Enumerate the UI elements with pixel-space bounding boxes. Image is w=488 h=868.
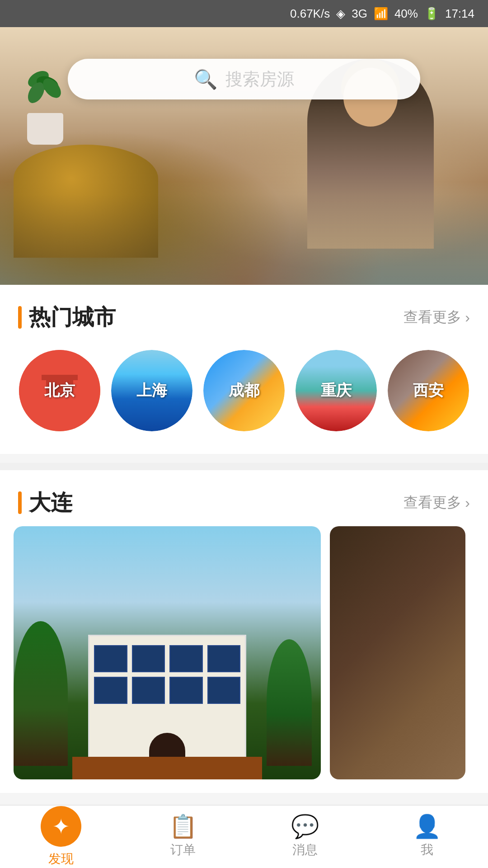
window-4 [207, 645, 241, 672]
window-2 [132, 645, 165, 672]
city-item-beijing[interactable]: 北京 [19, 350, 100, 431]
property-card-2[interactable] [330, 526, 465, 779]
signal-text: 3G [352, 7, 367, 21]
property-card-1-bg [14, 526, 321, 779]
compass-icon: ✦ [52, 814, 70, 839]
nav-item-orders[interactable]: 📋 订单 [122, 815, 244, 859]
hot-cities-more-button[interactable]: 查看更多 › [404, 307, 470, 327]
city-label-beijing: 北京 [44, 380, 75, 401]
dalian-chevron-icon: › [465, 495, 470, 511]
nav-label-orders: 订单 [170, 841, 196, 859]
hot-cities-title: 热门城市 [29, 303, 116, 332]
city-label-shanghai: 上海 [136, 380, 167, 401]
city-item-chengdu[interactable]: 成都 [203, 350, 285, 431]
hero-banner: 🍎 🔍 搜索房源 [0, 27, 488, 285]
window-3 [169, 645, 203, 672]
window-7 [169, 677, 203, 704]
trees-left [14, 621, 68, 766]
nav-label-messages: 消息 [292, 841, 318, 859]
nav-item-messages[interactable]: 💬 消息 [244, 815, 366, 859]
section-divider [0, 463, 488, 470]
discover-button[interactable]: ✦ [41, 806, 81, 847]
city-circle-shanghai: 上海 [111, 350, 192, 431]
property-card-2-bg [330, 526, 465, 779]
property-card-1[interactable] [14, 526, 321, 779]
window-5 [94, 677, 127, 704]
scene-table [14, 145, 158, 258]
city-item-shanghai[interactable]: 上海 [111, 350, 192, 431]
city-item-chongqing[interactable]: 重庆 [296, 350, 377, 431]
building-main [72, 608, 262, 779]
cities-grid: 北京 上海 成都 重庆 [0, 341, 488, 454]
city-circle-chengdu: 成都 [203, 350, 285, 431]
city-label-chengdu: 成都 [229, 380, 259, 401]
section-title-wrap: 热门城市 [18, 303, 116, 332]
main-content: 🍎 🔍 搜索房源 热门城市 查看更多 › [0, 27, 488, 865]
city-circle-beijing: 北京 [19, 350, 100, 431]
nav-item-profile[interactable]: 👤 我 [366, 815, 488, 859]
trees-right [267, 639, 312, 766]
nav-label-discover: 发现 [48, 850, 74, 868]
dalian-title-wrap: 大连 [18, 488, 72, 517]
orders-icon: 📋 [169, 815, 197, 838]
nav-item-discover[interactable]: ✦ 发现 [0, 806, 122, 868]
clock: 17:14 [445, 7, 474, 21]
city-item-xian[interactable]: 西安 [388, 350, 469, 431]
city-circle-xian: 西安 [388, 350, 469, 431]
signal-icon: 📶 [374, 7, 388, 21]
network-speed: 0.67K/s [290, 7, 330, 21]
dalian-title: 大连 [29, 488, 72, 517]
property-cards-list [0, 526, 488, 793]
search-bar[interactable]: 🔍 搜索房源 [68, 59, 420, 99]
dalian-accent-bar [18, 491, 22, 514]
battery-text: 40% [394, 7, 418, 21]
dalian-section: 大连 查看更多 › [0, 470, 488, 793]
building-scene [14, 526, 321, 779]
hot-cities-more-label: 查看更多 [404, 307, 461, 327]
hot-cities-header: 热门城市 查看更多 › [0, 285, 488, 341]
building-fence [72, 757, 262, 779]
search-icon: 🔍 [194, 68, 217, 90]
plant-pot [27, 113, 63, 145]
profile-icon: 👤 [413, 815, 441, 838]
chevron-right-icon: › [465, 309, 470, 326]
status-bar: 0.67K/s ◈ 3G 📶 40% 🔋 17:14 [0, 0, 488, 27]
message-icon: 💬 [291, 815, 319, 838]
window-8 [207, 677, 241, 704]
dalian-more-label: 查看更多 [404, 493, 461, 513]
city-label-xian: 西安 [413, 380, 444, 401]
nav-label-profile: 我 [421, 841, 433, 859]
bottom-navigation: ✦ 发现 📋 订单 💬 消息 👤 我 [0, 805, 488, 868]
battery-icon: 🔋 [424, 7, 439, 21]
city-circle-chongqing: 重庆 [296, 350, 377, 431]
city-label-chongqing: 重庆 [321, 380, 352, 401]
window-6 [132, 677, 165, 704]
window-1 [94, 645, 127, 672]
dalian-header: 大连 查看更多 › [0, 470, 488, 526]
search-placeholder: 搜索房源 [225, 68, 294, 91]
building-windows [94, 645, 240, 704]
section-accent-bar [18, 306, 22, 329]
dalian-more-button[interactable]: 查看更多 › [404, 493, 470, 513]
wifi-icon: ◈ [336, 7, 345, 21]
hot-cities-section: 热门城市 查看更多 › 北京 上海 [0, 285, 488, 454]
scene-plant [18, 72, 72, 145]
